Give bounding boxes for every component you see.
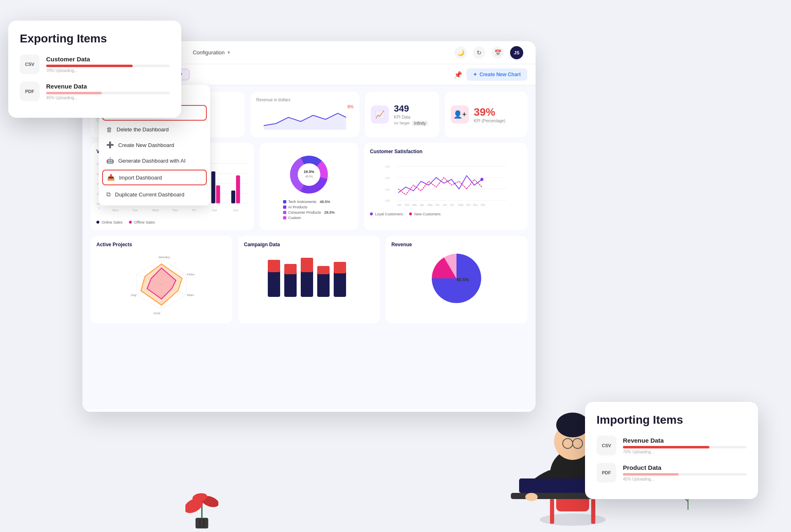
duplicate-icon: ⧉	[106, 191, 111, 198]
tech-color	[283, 200, 286, 203]
svg-text:48.5%: 48.5%	[305, 175, 313, 178]
svg-point-91	[573, 417, 585, 429]
import-csv-progress-bar	[623, 446, 747, 448]
donut-chart-svg: 19.5% 48.5%	[286, 152, 332, 197]
kpi-pct-info: 39% KPI (Percentage)	[474, 106, 505, 123]
svg-text:Jun: Jun	[435, 203, 440, 206]
bottom-row: Active Projects January Febr	[91, 236, 527, 323]
import-icon: 📥	[107, 174, 115, 181]
star-icon: ✦	[473, 72, 477, 77]
customer-satisfaction-title: Customer Satisfaction	[370, 149, 522, 154]
revenue-pie-title: Revenue	[391, 242, 522, 247]
svg-point-58	[480, 178, 483, 181]
svg-rect-73	[268, 260, 280, 272]
legend-consumer: Consumer Products 28.5%	[283, 210, 335, 215]
svg-text:19.5%: 19.5%	[304, 170, 314, 174]
svg-text:400: 400	[385, 165, 390, 168]
delete-label: Delete the Dashboard	[117, 126, 168, 133]
export-title: Exporting Items	[20, 32, 170, 45]
svg-text:Apr: Apr	[420, 203, 424, 207]
kpi-pct-label: KPI (Percentage)	[474, 119, 505, 123]
svg-text:March: March	[187, 293, 194, 297]
kpi-data-label: KPI Data	[394, 115, 428, 119]
import-pdf-progress-label: 45% Uploading...	[623, 477, 747, 481]
delete-icon: 🗑	[106, 126, 112, 133]
kpi-data-card: 📈 349 KPI Data Vs Target Infinity	[365, 92, 439, 137]
svg-rect-24	[236, 175, 240, 203]
plant-left-svg	[185, 481, 218, 530]
svg-text:Thu: Thu	[172, 208, 178, 212]
dropdown-ai[interactable]: 🤖 Generate Dashboard with AI	[99, 153, 210, 168]
svg-text:Feb: Feb	[405, 203, 410, 206]
custom-color	[283, 216, 286, 219]
user-plus-icon: 👤+	[453, 110, 467, 119]
export-item-pdf: PDF Revenue Data 45% Uploading...	[20, 82, 170, 101]
svg-text:300: 300	[385, 176, 390, 180]
svg-text:Oct: Oct	[466, 203, 470, 206]
configuration-nav[interactable]: Configuration ▼	[193, 49, 231, 56]
kpi-data-info: 349 KPI Data Vs Target Infinity	[394, 103, 428, 126]
svg-text:Jan: Jan	[397, 203, 402, 206]
export-pdf-progress-bar	[46, 92, 170, 94]
legend-custom: Custom	[283, 216, 335, 220]
export-item-csv: CSV Customer Data 70% Uploading...	[20, 54, 170, 74]
svg-text:Tue: Tue	[132, 208, 138, 212]
donut-chart-card: 19.5% 48.5% Tech Instruments 48.5% AI Pr…	[260, 143, 358, 230]
create-new-icon: ➕	[106, 141, 114, 149]
dropdown-duplicate[interactable]: ⧉ Duplicate Current Dashboard	[99, 187, 210, 202]
kpi-pct-card: 👤+ 39% KPI (Percentage)	[445, 92, 527, 137]
campaign-chart-svg	[244, 252, 374, 305]
calendar-icon[interactable]: 📅	[491, 47, 504, 59]
user-avatar[interactable]: JS	[510, 46, 523, 59]
bar-legend: Online Sales Offline Sales	[96, 220, 248, 224]
revenue-in-dollars-label: Revenue in dollars	[256, 98, 353, 102]
dropdown-delete[interactable]: 🗑 Delete the Dashboard	[99, 122, 210, 137]
svg-text:Nov: Nov	[473, 203, 478, 206]
import-pdf-progress-fill	[623, 473, 679, 476]
export-card: Exporting Items CSV Customer Data 70% Up…	[8, 21, 181, 118]
dropdown-import[interactable]: 📥 Import Dashboard	[102, 170, 207, 185]
import-csv-name: Revenue Data	[623, 437, 747, 444]
campaign-data-title: Campaign Data	[244, 242, 374, 247]
svg-text:June: June	[153, 311, 161, 315]
active-projects-card: Active Projects January Febr	[91, 236, 232, 323]
create-chart-button[interactable]: ✦ Create New Chart	[466, 68, 527, 81]
svg-rect-22	[216, 185, 220, 203]
duplicate-label: Duplicate Current Dashboard	[115, 191, 184, 198]
svg-text:Jul: Jul	[450, 203, 454, 206]
export-csv-progress-bar	[46, 65, 170, 67]
import-card: Importing Items CSV Revenue Data 70% Upl…	[585, 402, 758, 499]
import-label: Import Dashboard	[119, 175, 162, 181]
theme-icon[interactable]: 🌙	[454, 47, 467, 59]
dropdown-create-new[interactable]: ➕ Create New Dashboard	[99, 137, 210, 153]
revenue-pie-card: Revenue 40.5%	[386, 236, 527, 323]
customer-satisfaction-chart: 400 300 200 100 Jan Feb Mar Apr May Jun …	[370, 159, 522, 208]
svg-rect-81	[334, 262, 346, 273]
loyal-customers-legend: Loyal Customers	[370, 212, 403, 216]
custom-label: Custom	[288, 216, 301, 220]
import-pdf-name: Product Data	[623, 464, 747, 471]
export-pdf-name: Revenue Data	[46, 83, 170, 90]
export-csv-progress-label: 70% Uploading...	[46, 68, 170, 73]
ai-color	[283, 205, 286, 209]
kpi-pct-value: 39%	[474, 106, 505, 119]
export-csv-progress-fill	[46, 65, 133, 67]
import-csv-badge: CSV	[597, 436, 616, 455]
refresh-icon[interactable]: ↻	[473, 47, 485, 59]
svg-rect-86	[550, 499, 554, 524]
svg-text:January: January	[158, 255, 170, 259]
donut-legend: Tech Instruments 48.5% AI Products Consu…	[283, 200, 335, 221]
pin-icon[interactable]: 📌	[454, 71, 462, 79]
export-pdf-info: Revenue Data 45% Uploading...	[46, 83, 170, 100]
toolbar-right: 📌 ✦ Create New Chart	[454, 68, 527, 81]
tech-pct: 48.5%	[320, 200, 330, 204]
consumer-pct: 28.5%	[324, 210, 335, 215]
radar-chart-svg: January February March June July	[129, 252, 194, 317]
offline-sales-legend: Offline Sales	[129, 220, 155, 224]
active-projects-title: Active Projects	[96, 242, 227, 247]
ai-icon: 🤖	[106, 157, 114, 164]
import-csv-progress-label: 70% Uploading...	[623, 450, 747, 454]
import-pdf-progress-bar	[623, 473, 747, 476]
svg-point-97	[525, 493, 538, 501]
kpi-icon: 📈	[375, 110, 384, 119]
